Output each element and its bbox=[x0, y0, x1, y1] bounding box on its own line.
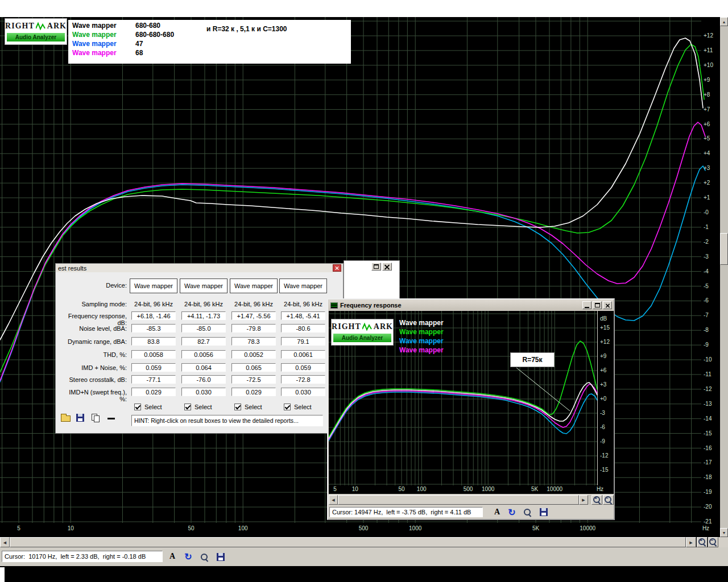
close-button[interactable] bbox=[382, 263, 392, 271]
refresh-button[interactable] bbox=[505, 506, 519, 518]
sampling-mode-value: 24-bit, 96 kHz bbox=[180, 300, 228, 308]
result-value[interactable]: -80.6 bbox=[281, 324, 325, 332]
select-checkbox[interactable] bbox=[184, 404, 191, 410]
maximize-button[interactable] bbox=[593, 301, 602, 309]
result-value[interactable]: 0.029 bbox=[231, 388, 276, 396]
collapse-button[interactable] bbox=[105, 413, 117, 424]
y-tick-label: -7 bbox=[704, 312, 719, 318]
fr-db-axis: dB+15+12+9+6+3+0-3-6-9-12-15 bbox=[598, 311, 614, 485]
result-value[interactable]: 0.030 bbox=[181, 388, 226, 396]
result-value[interactable]: 0.059 bbox=[281, 363, 325, 372]
select-checkbox[interactable] bbox=[234, 404, 241, 410]
scrollbar-thumb[interactable] bbox=[10, 537, 686, 547]
result-value[interactable]: 0.030 bbox=[281, 388, 325, 396]
main-v-scrollbar[interactable] bbox=[720, 17, 728, 537]
scroll-left-button[interactable] bbox=[329, 495, 338, 505]
sampling-mode-value: 24-bit, 96 kHz bbox=[279, 300, 327, 308]
scrollbar-thumb[interactable] bbox=[720, 233, 728, 265]
zoom-in-button[interactable] bbox=[697, 537, 708, 547]
maximize-button[interactable] bbox=[371, 263, 381, 271]
device-column-header[interactable]: Wave mapper bbox=[230, 278, 278, 293]
y-tick-label: +1 bbox=[704, 194, 719, 201]
select-checkbox[interactable] bbox=[134, 404, 141, 410]
result-value[interactable]: 0.059 bbox=[131, 363, 176, 372]
save-image-button[interactable] bbox=[538, 507, 549, 517]
result-value[interactable]: 79.1 bbox=[281, 337, 325, 346]
y-tick-label: -0 bbox=[704, 209, 719, 215]
result-value[interactable]: 82.7 bbox=[181, 337, 226, 346]
result-value[interactable]: +6.18, -1.46 bbox=[131, 311, 176, 320]
scroll-up-button[interactable] bbox=[720, 17, 728, 26]
y-tick-label: -15 bbox=[704, 430, 719, 436]
frequency-response-titlebar[interactable]: Frequency response bbox=[329, 300, 613, 310]
zoom-tool-button[interactable] bbox=[522, 508, 533, 518]
autoscale-button[interactable]: A bbox=[167, 551, 178, 562]
sampling-mode-value: 24-bit, 96 kHz bbox=[130, 300, 177, 308]
legend-series-name: Wave mapper bbox=[72, 49, 117, 57]
close-button[interactable] bbox=[603, 301, 612, 309]
x-tick-label: 5K bbox=[524, 525, 547, 531]
magnifier-icon bbox=[201, 554, 209, 562]
device-column-header[interactable]: Wave mapper bbox=[180, 278, 228, 293]
y-tick-label: -14 bbox=[704, 415, 719, 422]
scroll-down-button[interactable] bbox=[720, 528, 728, 537]
result-value[interactable]: 0.029 bbox=[131, 388, 176, 396]
result-value[interactable]: -85.0 bbox=[181, 324, 226, 332]
result-value[interactable]: -72.5 bbox=[231, 375, 276, 384]
device-column-header[interactable]: Wave mapper bbox=[279, 278, 327, 293]
result-value[interactable]: 78.3 bbox=[231, 337, 276, 346]
scroll-left-button[interactable] bbox=[0, 537, 10, 547]
y-tick-label: +9 bbox=[704, 77, 719, 83]
result-value[interactable]: 0.064 bbox=[181, 363, 226, 372]
x-tick-label: 10000 bbox=[576, 525, 599, 531]
legend-series-name: Wave mapper bbox=[72, 22, 117, 30]
zoom-out-button[interactable] bbox=[708, 537, 718, 547]
result-value[interactable]: -77.1 bbox=[131, 375, 176, 384]
copy-results-button[interactable] bbox=[89, 412, 102, 423]
save-results-button[interactable] bbox=[74, 412, 86, 423]
scroll-right-button[interactable] bbox=[579, 495, 588, 505]
zoom-tool-button[interactable] bbox=[199, 552, 210, 563]
autoscale-button[interactable]: A bbox=[491, 506, 503, 518]
result-value[interactable]: 0.0052 bbox=[231, 350, 276, 359]
select-checkbox[interactable] bbox=[284, 404, 291, 410]
refresh-button[interactable] bbox=[181, 550, 195, 563]
result-value[interactable]: +1.48, -5.41 bbox=[281, 311, 325, 320]
x-tick-label: 500 bbox=[457, 486, 479, 492]
arrow-up-icon bbox=[722, 20, 726, 24]
result-value[interactable]: +1.47, -5.56 bbox=[231, 311, 276, 320]
zoom-out-button[interactable] bbox=[603, 495, 614, 505]
x-tick-label: 50 bbox=[390, 486, 413, 492]
fr-h-scrollbar[interactable] bbox=[329, 495, 614, 505]
main-h-scrollbar[interactable] bbox=[0, 537, 696, 547]
result-value[interactable]: -79.8 bbox=[231, 324, 276, 332]
arrow-right-icon bbox=[582, 498, 585, 502]
result-value[interactable]: -76.0 bbox=[181, 375, 226, 384]
result-value[interactable]: 0.0061 bbox=[281, 350, 325, 359]
minimize-button[interactable] bbox=[582, 301, 592, 309]
result-value[interactable]: -85.3 bbox=[131, 324, 176, 332]
y-tick-label: -10 bbox=[704, 356, 719, 363]
result-value[interactable]: +4.11, -1.73 bbox=[181, 311, 226, 320]
result-value[interactable]: 0.0056 bbox=[181, 350, 226, 359]
zoom-in-button[interactable] bbox=[592, 495, 602, 505]
close-icon bbox=[605, 303, 609, 307]
fr-chart-area: RIGHT ARK Audio Analyzer Wave mapper Wav… bbox=[329, 311, 597, 485]
result-value[interactable]: 83.8 bbox=[131, 337, 176, 346]
x-tick-label: 10 bbox=[344, 486, 366, 492]
save-image-button[interactable] bbox=[215, 552, 226, 562]
device-label: Device: bbox=[61, 282, 127, 289]
scrollbar-thumb[interactable] bbox=[338, 495, 579, 505]
close-button[interactable] bbox=[333, 264, 341, 272]
result-value[interactable]: 0.065 bbox=[231, 363, 276, 372]
scroll-right-button[interactable] bbox=[686, 537, 696, 547]
device-column-header[interactable]: Wave mapper bbox=[130, 278, 177, 293]
legend-series-value: 68 bbox=[135, 49, 143, 57]
result-value[interactable]: 0.0058 bbox=[131, 350, 176, 359]
logo-text-ark: ARK bbox=[374, 322, 393, 331]
y-tick-label: -9 bbox=[600, 438, 613, 444]
result-value[interactable]: -72.8 bbox=[281, 375, 325, 384]
open-results-button[interactable] bbox=[59, 413, 72, 424]
x-tick-label: 500 bbox=[352, 525, 375, 531]
test-results-titlebar[interactable]: est results bbox=[56, 264, 343, 272]
